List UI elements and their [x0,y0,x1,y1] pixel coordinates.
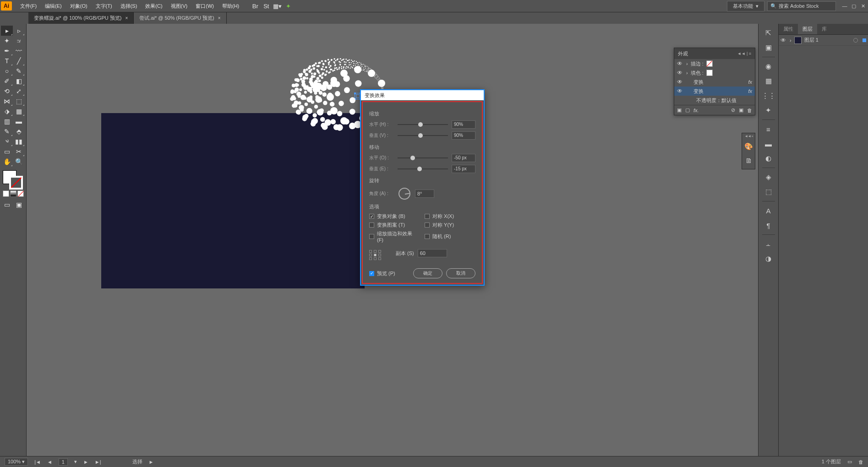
cancel-button[interactable]: 取消 [446,268,475,278]
scale-tool[interactable]: ⤢ [13,86,25,96]
expand-panel-icon[interactable]: ⇱ [761,26,776,40]
minimize-button[interactable]: — [841,2,849,10]
nav-dropdown-icon[interactable]: ▾ [74,459,77,465]
tab-properties[interactable]: 属性 [779,24,798,34]
width-tool[interactable]: ⋈ [1,96,13,106]
search-input[interactable]: 🔍搜索 Adobe Stock [767,1,836,11]
menu-window[interactable]: 窗口(W) [192,1,218,11]
move-h-slider[interactable] [398,157,448,158]
reflect-x-checkbox[interactable]: 对称 X(X) [425,213,475,220]
visibility-icon[interactable]: 👁 [677,79,683,85]
anchor-point-selector[interactable] [369,250,382,260]
preview-checkbox[interactable]: 预览 (P) [369,270,395,277]
eraser-tool[interactable]: ◧ [13,76,25,86]
symbols-icon[interactable]: ✦ [761,103,776,118]
close-button[interactable]: ✕ [859,2,867,10]
scale-v-slider[interactable] [398,135,448,136]
fill-swatch[interactable] [706,70,713,76]
target-icon[interactable] [853,38,858,43]
delete-icon[interactable]: 🗑 [747,108,752,113]
color-mode-none[interactable] [17,190,24,197]
curvature-tool[interactable]: 〰 [13,46,25,56]
nav-first-icon[interactable]: |◄ [34,459,41,465]
visibility-icon[interactable]: 👁 [677,70,683,76]
align-icon[interactable]: ⫠ [761,237,776,251]
pen-tool[interactable]: ✒ [1,46,13,56]
shape-builder-tool[interactable]: ⬗ [1,106,13,116]
screen-mode-normal[interactable]: ▭ [1,200,13,210]
color-guide-icon[interactable]: 🎨 [741,141,756,152]
symbol-sprayer-tool[interactable]: ༄ [1,136,13,147]
visibility-icon[interactable]: 👁 [677,88,683,94]
document-tab-inactive[interactable]: 尝试.ai* @ 50% (RGB/GPU 预览)× [134,12,226,24]
nav-prev-icon[interactable]: ◄ [47,459,52,465]
arrange-icon[interactable]: ▦▾ [272,1,282,11]
visibility-icon[interactable]: 👁 [781,37,787,43]
move-h-input[interactable]: -50 px [452,154,475,162]
duplicate-icon[interactable]: ▣ [739,107,743,113]
scale-strokes-checkbox[interactable]: 缩放描边和效果 (F) [369,230,420,243]
menu-file[interactable]: 文件(F) [16,1,40,11]
brushes-icon[interactable]: ⋮⋮ [761,88,776,103]
maximize-button[interactable]: ▢ [850,2,858,10]
menu-type[interactable]: 文字(T) [92,1,116,11]
lasso-tool[interactable]: ⟉ [13,36,25,46]
ok-button[interactable]: 确定 [413,268,442,278]
color-mode-gradient[interactable] [10,190,16,197]
transform-effect-label-selected[interactable]: 变换 [693,88,704,95]
scale-h-input[interactable]: 90% [452,120,475,129]
bridge-icon[interactable]: Br [250,1,260,11]
perspective-tool[interactable]: ▦ [13,106,25,116]
transparency-icon[interactable]: ◐ [761,151,776,166]
rotate-tool[interactable]: ⟲ [1,86,13,96]
scale-v-input[interactable]: 90% [452,131,475,140]
stock-icon[interactable]: St [261,1,271,11]
angle-dial[interactable] [399,188,410,200]
zoom-tool[interactable]: 🔍 [13,157,25,167]
color-icon[interactable]: ◉ [761,59,776,74]
zoom-selector[interactable]: 100% ▾ [5,458,28,466]
random-checkbox[interactable]: 随机 (R) [425,230,475,243]
hand-tool[interactable]: ✋ [1,157,13,167]
graphic-styles-icon[interactable]: ⬚ [761,185,776,199]
menu-select[interactable]: 选择(S) [117,1,141,11]
copies-input[interactable]: 60 [418,249,447,257]
magic-wand-tool[interactable]: ✦ [1,36,13,46]
fx-icon[interactable]: fx. [693,108,699,113]
collapsed-panel[interactable]: 🎨 🗎 [742,133,755,169]
expand-icon[interactable]: › [790,38,792,43]
artboard-page-input[interactable]: 1 [59,458,68,466]
stroke-swatch[interactable] [706,60,713,67]
gradient-icon[interactable]: ▬ [761,136,776,151]
menu-view[interactable]: 视图(V) [167,1,191,11]
nav-last-icon[interactable]: ►| [95,459,101,465]
doc-info-icon[interactable]: 🗎 [741,155,756,165]
angle-input[interactable]: 8° [415,190,434,198]
mesh-tool[interactable]: ▥ [1,116,13,126]
selection-tool[interactable]: ▸ [1,26,13,36]
swatches-icon[interactable]: ▦ [761,74,776,88]
gpu-icon[interactable]: ✦ [283,1,293,11]
appearance-icon[interactable]: ◈ [761,170,776,185]
new-stroke-icon[interactable]: ▢ [685,107,690,113]
menu-edit[interactable]: 编辑(E) [41,1,66,11]
stroke-icon[interactable]: ≡ [761,122,776,136]
move-v-slider[interactable] [398,168,448,169]
tab-layers[interactable]: 图层 [798,24,817,34]
libraries-icon[interactable]: ▣ [761,40,776,55]
gradient-tool[interactable]: ▬ [13,116,25,126]
ellipse-tool[interactable]: ○ [1,66,13,76]
tab-libraries[interactable]: 库 [817,24,831,34]
slice-tool[interactable]: ✂ [13,147,25,157]
layer-delete-icon[interactable]: 🗑 [858,459,863,465]
visibility-icon[interactable]: 👁 [677,60,683,67]
nav-next-icon[interactable]: ► [83,459,88,465]
tab-close-icon[interactable]: × [125,16,128,21]
transform-effect-label[interactable]: 变换 [693,79,704,86]
layer-row[interactable]: 👁 › 图层 1 [779,35,868,46]
shaper-tool[interactable]: ✐ [1,76,13,86]
transform-objects-checkbox[interactable]: 变换对象 (B) [369,213,420,220]
scale-h-slider[interactable] [398,124,448,125]
artboard-tool[interactable]: ▭ [1,147,13,157]
type-tool[interactable]: T [1,56,13,66]
